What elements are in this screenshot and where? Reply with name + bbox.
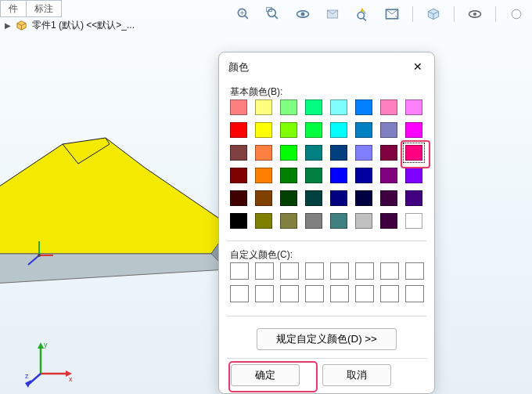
custom-color-slot[interactable] — [255, 285, 274, 302]
custom-color-slot[interactable] — [280, 262, 299, 280]
color-swatch[interactable] — [255, 122, 272, 138]
custom-color-slot[interactable] — [230, 262, 249, 280]
color-swatch[interactable] — [280, 99, 297, 115]
color-swatch[interactable] — [305, 145, 322, 161]
color-swatch[interactable] — [255, 145, 272, 161]
custom-color-slot[interactable] — [305, 285, 324, 302]
selected-highlight — [401, 140, 430, 168]
color-swatch[interactable] — [255, 213, 272, 229]
svg-marker-12 — [0, 138, 231, 254]
custom-colors-grid — [230, 262, 427, 305]
dynamic-zoom-icon[interactable]: A — [353, 5, 372, 23]
color-swatch[interactable] — [280, 122, 297, 138]
custom-color-slot[interactable] — [305, 262, 324, 280]
part-icon — [16, 20, 27, 31]
divider — [227, 316, 426, 317]
svg-point-18 — [38, 254, 41, 257]
svg-line-17 — [28, 255, 39, 265]
toolbar-separator — [412, 6, 413, 22]
color-swatch[interactable] — [230, 99, 247, 115]
color-swatch[interactable] — [380, 190, 397, 206]
view-toolbar: A — [234, 5, 526, 23]
color-swatch[interactable] — [280, 145, 297, 161]
color-swatch[interactable] — [230, 190, 247, 206]
color-swatch[interactable] — [230, 122, 247, 138]
zoom-area-icon[interactable] — [264, 5, 282, 23]
color-swatch[interactable] — [255, 168, 272, 183]
color-swatch[interactable] — [405, 168, 422, 183]
custom-color-slot[interactable] — [330, 285, 349, 302]
color-swatch[interactable] — [255, 99, 272, 115]
color-swatch[interactable] — [405, 122, 422, 138]
custom-color-slot[interactable] — [330, 262, 349, 280]
custom-color-slot[interactable] — [230, 285, 249, 302]
color-swatch[interactable] — [280, 190, 297, 206]
tree-expand-icon[interactable]: ▶ — [5, 21, 11, 30]
svg-point-11 — [512, 9, 521, 19]
color-swatch[interactable] — [255, 190, 272, 206]
color-swatch[interactable] — [355, 213, 372, 229]
cancel-button[interactable]: 取消 — [322, 364, 391, 386]
color-swatch[interactable] — [330, 190, 347, 206]
tab-annotate[interactable]: 标注 — [26, 0, 62, 17]
feature-tree-item[interactable]: ▶ 零件1 (默认) <<默认>_... — [5, 19, 135, 32]
color-swatch[interactable] — [305, 190, 322, 206]
cancel-label: 取消 — [347, 368, 367, 382]
visibility-icon[interactable] — [466, 5, 484, 23]
tree-item-label: 零件1 (默认) <<默认>_... — [32, 19, 135, 32]
color-swatch[interactable] — [405, 213, 422, 229]
custom-colors-label: 自定义颜色(C): — [230, 248, 293, 262]
color-swatch[interactable] — [380, 122, 397, 138]
zoom-fit-icon[interactable] — [234, 5, 253, 23]
more-icon[interactable] — [507, 5, 526, 23]
color-swatch[interactable] — [330, 145, 347, 161]
display-mode-icon[interactable] — [383, 5, 401, 23]
color-swatch[interactable] — [405, 190, 422, 206]
origin-triad-icon — [22, 238, 56, 273]
color-swatch[interactable] — [230, 168, 247, 183]
color-swatch[interactable] — [355, 122, 372, 138]
color-swatch[interactable] — [305, 122, 322, 138]
custom-color-slot[interactable] — [355, 285, 374, 302]
color-swatch[interactable] — [305, 168, 322, 183]
svg-text:y: y — [44, 341, 48, 349]
tab-scene[interactable]: 件 — [0, 0, 27, 17]
color-swatch[interactable] — [380, 99, 397, 115]
section-view-icon[interactable] — [323, 5, 342, 23]
close-button[interactable]: ✕ — [408, 57, 428, 76]
color-swatch[interactable] — [405, 99, 422, 115]
color-swatch[interactable] — [355, 168, 372, 183]
color-swatch[interactable] — [380, 213, 397, 229]
define-custom-button[interactable]: 规定自定义颜色(D) >> — [257, 328, 397, 350]
color-swatch[interactable] — [230, 145, 247, 161]
color-swatch[interactable] — [355, 190, 372, 206]
color-swatch[interactable] — [305, 213, 322, 229]
color-swatch[interactable] — [330, 99, 347, 115]
color-swatch[interactable] — [380, 145, 397, 161]
color-swatch[interactable] — [230, 213, 247, 229]
color-swatch[interactable] — [280, 168, 297, 183]
custom-color-slot[interactable] — [405, 285, 424, 302]
custom-color-slot[interactable] — [405, 262, 424, 280]
color-swatch[interactable] — [330, 122, 347, 138]
rotate-view-icon[interactable] — [293, 5, 312, 23]
color-swatch[interactable] — [355, 145, 372, 161]
basic-colors-grid — [230, 99, 426, 231]
custom-color-slot[interactable] — [255, 262, 274, 280]
basic-colors-label: 基本颜色(B): — [230, 85, 282, 99]
svg-text:x: x — [69, 375, 73, 383]
color-swatch[interactable] — [355, 99, 372, 115]
color-swatch[interactable] — [330, 168, 347, 183]
custom-color-slot[interactable] — [380, 262, 399, 280]
color-swatch[interactable] — [330, 213, 347, 229]
color-swatch[interactable] — [380, 168, 397, 183]
divider — [227, 240, 426, 242]
close-icon: ✕ — [413, 60, 422, 73]
color-swatch[interactable] — [280, 213, 297, 229]
custom-color-slot[interactable] — [380, 285, 399, 302]
svg-marker-22 — [38, 342, 44, 349]
custom-color-slot[interactable] — [280, 285, 299, 302]
view-cube-icon[interactable] — [424, 5, 443, 23]
custom-color-slot[interactable] — [355, 262, 374, 280]
color-swatch[interactable] — [305, 99, 322, 115]
